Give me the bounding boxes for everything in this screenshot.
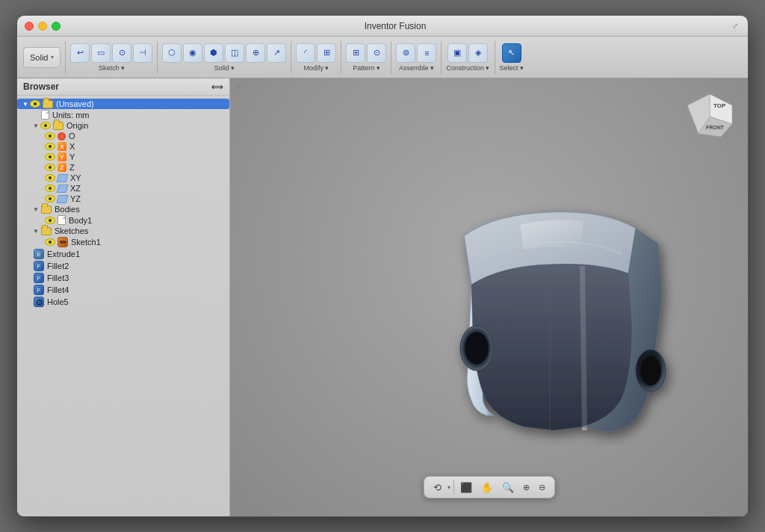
tree-item-sketches[interactable]: ▼ Sketches xyxy=(17,226,229,236)
pattern-circ-icon[interactable]: ⊙ xyxy=(367,43,386,63)
tree-item-xy[interactable]: XY xyxy=(17,173,229,183)
svg-text:FRONT: FRONT xyxy=(706,125,725,130)
select-cursor-icon[interactable]: ↖ xyxy=(502,43,521,63)
main-toolbar: Solid ▾ ↩ ▭ ⊙ ⊣ Sketch ▾ ⬡ ◉ ⬢ ◫ ⊕ ↗ xyxy=(17,37,748,78)
tree-item-hole5[interactable]: ⊙ Hole5 xyxy=(17,296,229,308)
op-extrude1: E xyxy=(34,249,44,259)
toolbar-group-select[interactable]: ↖ Select ▾ xyxy=(500,43,524,72)
label-o: O xyxy=(69,132,75,140)
tree-item-unsaved[interactable]: ▼ (Unsaved) xyxy=(17,99,229,109)
sketch-circle-icon[interactable]: ⊙ xyxy=(112,43,131,63)
tree-item-units[interactable]: Units: mm xyxy=(17,109,229,120)
viewport[interactable]: TOP FRONT xyxy=(230,78,748,516)
folder-unsaved xyxy=(43,100,53,108)
eye-xy xyxy=(45,174,55,182)
assemble-joint-icon[interactable]: ⊛ xyxy=(396,43,415,63)
modify-label: Modify ▾ xyxy=(303,64,329,72)
label-xy: XY xyxy=(70,173,81,182)
toolbar-group-pattern[interactable]: ⊞ ⊙ Pattern ▾ xyxy=(346,43,386,72)
tree-item-origin[interactable]: ▼ Origin xyxy=(17,120,229,131)
eye-x xyxy=(45,143,55,150)
label-xz: XZ xyxy=(70,184,81,193)
zoom-in-btn[interactable]: ⊕ xyxy=(520,481,533,494)
label-z: Z xyxy=(69,163,75,172)
solid-cyl-icon[interactable]: ⬢ xyxy=(204,43,223,63)
construction-axis-icon[interactable]: ◈ xyxy=(468,43,488,63)
construction-icons-row: ▣ ◈ xyxy=(447,43,488,63)
toolbar-group-sketch[interactable]: ↩ ▭ ⊙ ⊣ Sketch ▾ xyxy=(70,43,152,72)
minimize-button[interactable] xyxy=(38,22,47,31)
construction-plane-icon[interactable]: ▣ xyxy=(447,43,467,63)
solid-sphere-icon[interactable]: ◉ xyxy=(183,43,202,63)
tree-item-y[interactable]: Y Y xyxy=(17,152,229,162)
axis-y: Y xyxy=(58,152,66,161)
tree-item-o[interactable]: O xyxy=(17,131,229,141)
tree-item-fillet3[interactable]: F Fillet3 xyxy=(17,272,229,284)
pattern-rect-icon[interactable]: ⊞ xyxy=(346,43,365,63)
modify-fillet-icon[interactable]: ◜ xyxy=(296,43,315,63)
fillet-icon-3: F xyxy=(34,273,44,283)
modify-shell-icon[interactable]: ⊞ xyxy=(317,43,336,63)
toolbar-group-assemble[interactable]: ⊛ ≡ Assemble ▾ xyxy=(396,43,436,72)
browser-resize[interactable]: ⟺ xyxy=(211,82,223,92)
toolbar-group-solid[interactable]: ⬡ ◉ ⬢ ◫ ⊕ ↗ Solid ▾ xyxy=(162,43,286,72)
svg-point-8 xyxy=(640,356,661,386)
eye-z xyxy=(45,164,55,171)
close-button[interactable] xyxy=(25,22,34,31)
solid-revolve-icon[interactable]: ⊕ xyxy=(246,43,265,63)
toolbar-group-construction[interactable]: ▣ ◈ Construction ▾ xyxy=(446,43,489,72)
label-bodies: Bodies xyxy=(55,205,80,214)
tree-item-xz[interactable]: XZ xyxy=(17,183,229,194)
solid-dropdown[interactable]: Solid ▾ xyxy=(23,47,61,68)
tree-item-sketch1[interactable]: ✏ Sketch1 xyxy=(17,236,229,248)
hole-icon-5: ⊙ xyxy=(34,297,44,307)
zoom-btn[interactable]: 🔍 xyxy=(499,480,517,495)
toolbar-group-modify[interactable]: ◜ ⊞ Modify ▾ xyxy=(296,43,336,72)
view-undo-btn[interactable]: ⟲ xyxy=(430,480,445,495)
3d-model xyxy=(404,176,688,445)
origin-o xyxy=(58,132,66,140)
tree-item-body1[interactable]: Body1 xyxy=(17,214,229,226)
tree-item-fillet4[interactable]: F Fillet4 xyxy=(17,284,229,296)
axis-z: Z xyxy=(58,163,66,172)
tree-item-z[interactable]: Z Z xyxy=(17,162,229,173)
view-dropdown-arrow[interactable]: ▾ xyxy=(447,484,450,491)
tree-item-bodies[interactable]: ▼ Bodies xyxy=(17,204,229,214)
doc-units xyxy=(41,110,49,120)
fit-window-btn[interactable]: ⬛ xyxy=(457,480,475,495)
arrow-origin: ▼ xyxy=(32,123,40,129)
browser-content[interactable]: ▼ (Unsaved) Units: mm ▼ Origin xyxy=(17,96,229,516)
label-extrude1: Extrude1 xyxy=(47,250,80,259)
solid-extrude-icon[interactable]: ◫ xyxy=(225,43,244,63)
pan-btn[interactable]: ✋ xyxy=(478,480,496,495)
bottom-sep-1 xyxy=(453,480,454,495)
sketch-icon-1: ✏ xyxy=(58,237,68,247)
fillet-icon-4: F xyxy=(34,285,44,295)
zoom-out-btn[interactable]: ⊖ xyxy=(536,481,548,494)
viewport-indicator xyxy=(236,84,241,89)
solid-box-icon[interactable]: ⬡ xyxy=(162,43,182,63)
fullscreen-button[interactable]: ⤢ xyxy=(730,21,740,31)
toolbar-sep-6 xyxy=(441,41,442,74)
browser-header: Browser ⟺ xyxy=(17,78,229,96)
sketch-constraint-icon[interactable]: ⊣ xyxy=(133,43,152,63)
solid-icons-row: ⬡ ◉ ⬢ ◫ ⊕ ↗ xyxy=(162,43,286,63)
nav-cube[interactable]: TOP FRONT xyxy=(684,90,736,143)
solid-sweep-icon[interactable]: ↗ xyxy=(267,43,286,63)
eye-body1 xyxy=(45,217,55,224)
toolbar-sep-3 xyxy=(291,41,291,74)
tree-item-x[interactable]: X X xyxy=(17,141,229,152)
maximize-button[interactable] xyxy=(52,22,61,31)
toolbar-sep-4 xyxy=(341,41,341,74)
eye-unsaved xyxy=(30,100,40,108)
tree-item-fillet2[interactable]: F Fillet2 xyxy=(17,260,229,272)
assemble-align-icon[interactable]: ≡ xyxy=(417,43,436,63)
window-title: Inventor Fusion xyxy=(61,21,730,31)
tree-item-extrude1[interactable]: E Extrude1 xyxy=(17,248,229,260)
sketch-undo-icon[interactable]: ↩ xyxy=(70,43,90,63)
sketch-rect-icon[interactable]: ▭ xyxy=(91,43,111,63)
plane-xy xyxy=(57,174,69,182)
tree-item-yz[interactable]: YZ xyxy=(17,194,229,204)
main-content: Browser ⟺ ▼ (Unsaved) Units: mm xyxy=(17,78,748,516)
doc-body1 xyxy=(58,215,66,225)
